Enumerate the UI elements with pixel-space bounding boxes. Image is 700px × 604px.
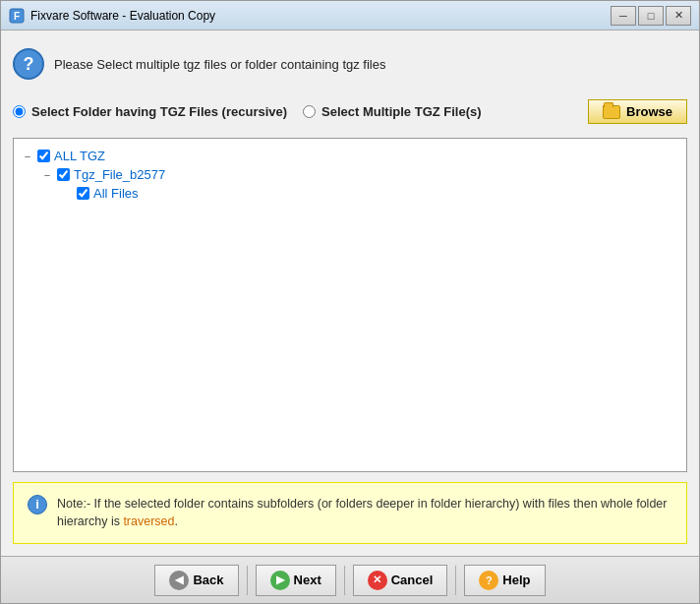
node-label-l2[interactable]: Tgz_File_b2577 — [74, 167, 165, 182]
note-text-part2: . — [175, 514, 178, 528]
note-box: i Note:- If the selected folder contains… — [13, 482, 687, 545]
checkbox-root[interactable] — [37, 150, 50, 162]
help-button[interactable]: ? Help — [464, 565, 545, 596]
note-text: Note:- If the selected folder contains s… — [57, 495, 672, 532]
next-label: Next — [294, 573, 321, 587]
maximize-button[interactable]: □ — [638, 6, 664, 26]
cancel-button[interactable]: ✕ Cancel — [353, 565, 448, 596]
back-label: Back — [193, 573, 223, 587]
expander-l2[interactable]: − — [41, 169, 53, 181]
file-tree[interactable]: − ALL TGZ − Tgz_File_b2577 All Files — [13, 138, 687, 472]
info-icon-large: ? — [13, 48, 44, 80]
node-label-l3[interactable]: All Files — [93, 186, 139, 201]
browse-button[interactable]: Browse — [588, 99, 687, 124]
separator-1 — [247, 566, 248, 595]
radio-folder-input[interactable] — [13, 105, 26, 118]
checkbox-l3[interactable] — [77, 187, 89, 200]
back-button[interactable]: ◀ Back — [154, 565, 238, 596]
radio-multiple-input[interactable] — [303, 105, 316, 118]
footer: ◀ Back ▶ Next ✕ Cancel ? Help — [1, 556, 699, 603]
cancel-label: Cancel — [391, 573, 434, 587]
next-button[interactable]: ▶ Next — [256, 565, 336, 596]
header-section: ? Please Select multiple tgz files or fo… — [13, 42, 687, 86]
title-bar: F Fixvare Software - Evaluation Copy ─ □… — [1, 1, 699, 30]
tree-node-l3[interactable]: All Files — [61, 184, 678, 203]
separator-3 — [455, 566, 456, 595]
header-message: Please Select multiple tgz files or fold… — [54, 57, 385, 72]
folder-icon — [603, 105, 620, 119]
minimize-button[interactable]: ─ — [611, 6, 636, 26]
radio-multiple-option[interactable]: Select Multiple TGZ File(s) — [303, 104, 482, 119]
expander-root[interactable]: − — [22, 151, 33, 162]
close-button[interactable]: ✕ — [666, 6, 691, 26]
back-icon: ◀ — [169, 571, 189, 590]
node-label-root[interactable]: ALL TGZ — [54, 149, 105, 163]
main-content: ? Please Select multiple tgz files or fo… — [1, 30, 699, 556]
help-label: Help — [502, 573, 530, 587]
tree-node-root[interactable]: − ALL TGZ — [22, 147, 678, 165]
next-icon: ▶ — [270, 571, 290, 590]
app-icon: F — [9, 8, 25, 24]
radio-folder-option[interactable]: Select Folder having TGZ Files (recursiv… — [13, 104, 287, 119]
radio-section: Select Folder having TGZ Files (recursiv… — [13, 95, 687, 128]
note-info-icon: i — [28, 495, 47, 514]
radio-folder-label: Select Folder having TGZ Files (recursiv… — [31, 104, 287, 119]
window-title: Fixvare Software - Evaluation Copy — [30, 9, 611, 23]
main-window: F Fixvare Software - Evaluation Copy ─ □… — [0, 0, 700, 604]
window-controls: ─ □ ✕ — [611, 6, 691, 26]
browse-label: Browse — [626, 104, 672, 119]
expander-l3 — [61, 188, 73, 200]
tree-node-l2[interactable]: − Tgz_File_b2577 — [41, 165, 678, 184]
separator-2 — [344, 566, 345, 595]
cancel-icon: ✕ — [368, 571, 387, 590]
radio-multiple-label: Select Multiple TGZ File(s) — [321, 104, 482, 119]
checkbox-l2[interactable] — [57, 168, 70, 181]
help-icon: ? — [479, 571, 498, 590]
svg-text:F: F — [14, 11, 20, 22]
note-highlight: traversed — [123, 514, 174, 528]
